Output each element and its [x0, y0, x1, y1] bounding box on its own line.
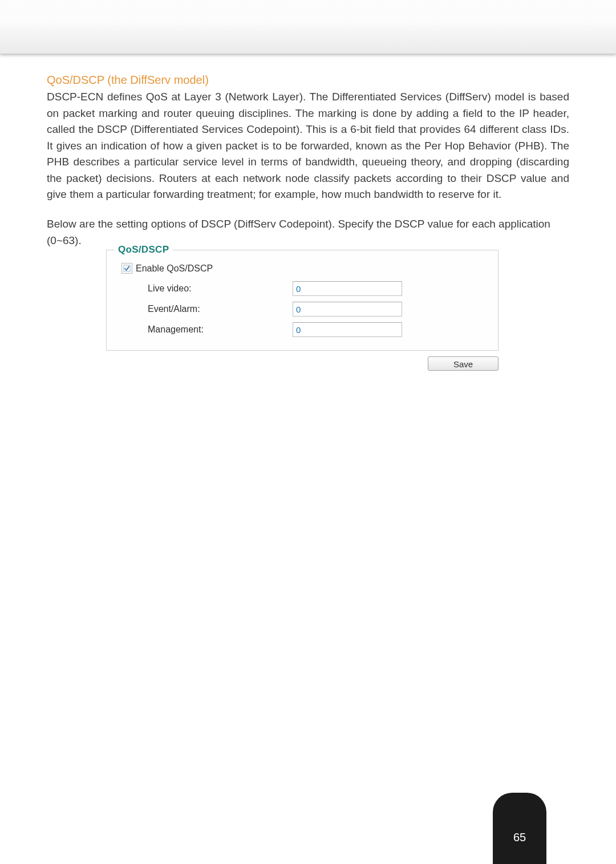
- enable-qos-label: Enable QoS/DSCP: [136, 263, 213, 274]
- management-row: Management:: [114, 319, 491, 340]
- live-video-label: Live video:: [126, 283, 293, 294]
- event-alarm-input[interactable]: [293, 302, 402, 317]
- page-number: 65: [513, 831, 526, 844]
- page-number-tab: 65: [493, 793, 546, 864]
- event-alarm-row: Event/Alarm:: [114, 299, 491, 319]
- management-label: Management:: [126, 324, 293, 335]
- live-video-row: Live video:: [114, 278, 491, 299]
- qos-dscp-fieldset: QoS/DSCP Enable QoS/DSCP Live video: Eve…: [106, 250, 499, 351]
- paragraph-intro: DSCP-ECN defines QoS at Layer 3 (Network…: [47, 89, 569, 203]
- page-content: QoS/DSCP (the DiffServ model) DSCP-ECN d…: [0, 54, 616, 371]
- page-header-band: [0, 0, 616, 54]
- live-video-input[interactable]: [293, 281, 402, 296]
- management-input[interactable]: [293, 322, 402, 337]
- save-row: Save: [106, 351, 499, 371]
- event-alarm-label: Event/Alarm:: [126, 304, 293, 314]
- section-heading: QoS/DSCP (the DiffServ model): [47, 74, 569, 87]
- save-button[interactable]: Save: [428, 356, 499, 371]
- checkmark-icon: [123, 265, 131, 272]
- enable-qos-checkbox[interactable]: [121, 263, 132, 274]
- enable-qos-row: Enable QoS/DSCP: [114, 255, 491, 278]
- fieldset-legend: QoS/DSCP: [115, 244, 172, 255]
- qos-dscp-panel: QoS/DSCP Enable QoS/DSCP Live video: Eve…: [106, 250, 499, 351]
